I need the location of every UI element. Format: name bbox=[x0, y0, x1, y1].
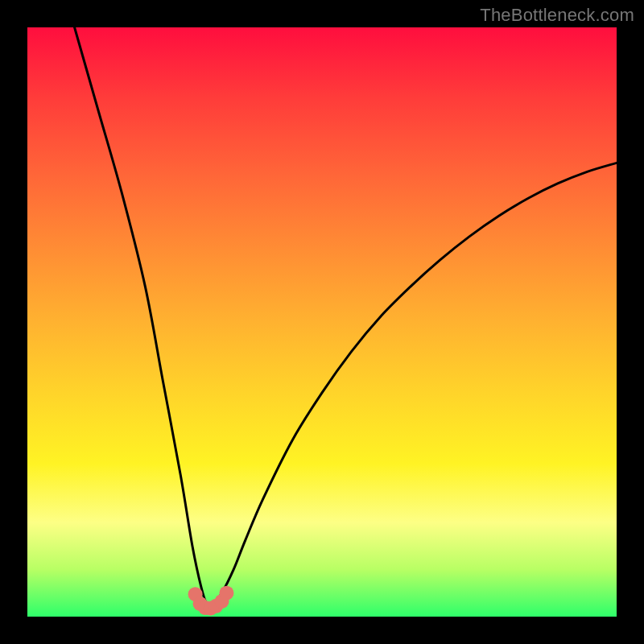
chart-frame: TheBottleneck.com bbox=[0, 0, 644, 644]
watermark-text: TheBottleneck.com bbox=[480, 5, 634, 26]
bottleneck-curve bbox=[75, 27, 617, 607]
curve-marker bbox=[219, 586, 233, 601]
curve-marker-group bbox=[188, 586, 234, 616]
chart-svg bbox=[27, 27, 617, 617]
